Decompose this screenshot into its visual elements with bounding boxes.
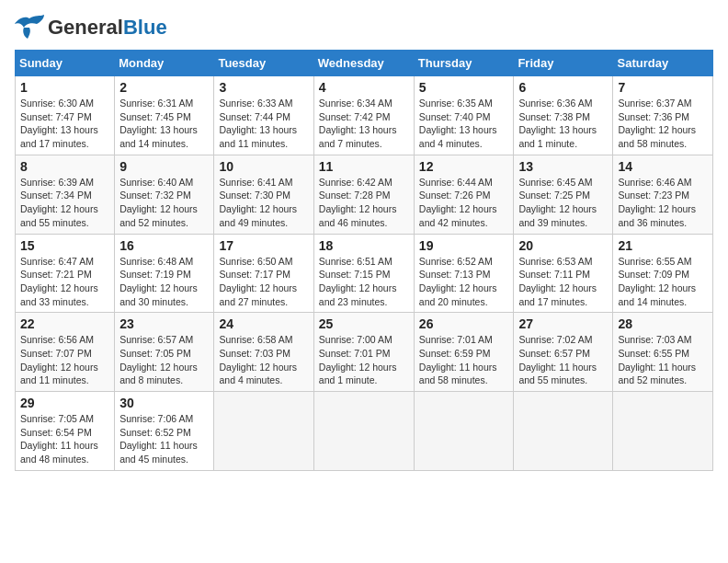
calendar-cell: 27Sunrise: 7:02 AMSunset: 6:57 PMDayligh… bbox=[514, 313, 613, 392]
logo-blue-text: Blue bbox=[123, 16, 167, 39]
calendar-cell: 6Sunrise: 6:36 AMSunset: 7:38 PMDaylight… bbox=[514, 76, 613, 155]
calendar-cell: 16Sunrise: 6:48 AMSunset: 7:19 PMDayligh… bbox=[115, 234, 214, 313]
day-number: 20 bbox=[518, 238, 608, 253]
day-info: Sunrise: 7:02 AMSunset: 6:57 PMDaylight:… bbox=[518, 333, 608, 387]
day-number: 17 bbox=[219, 238, 308, 253]
day-number: 21 bbox=[618, 238, 708, 253]
day-number: 30 bbox=[119, 396, 209, 410]
day-info: Sunrise: 6:35 AMSunset: 7:40 PMDaylight:… bbox=[419, 97, 509, 151]
logo-general-text: General bbox=[48, 16, 123, 39]
day-info: Sunrise: 6:51 AMSunset: 7:15 PMDaylight:… bbox=[319, 255, 409, 309]
day-info: Sunrise: 7:05 AMSunset: 6:54 PMDaylight:… bbox=[20, 412, 109, 466]
day-info: Sunrise: 6:33 AMSunset: 7:44 PMDaylight:… bbox=[219, 97, 308, 151]
day-info: Sunrise: 6:42 AMSunset: 7:28 PMDaylight:… bbox=[319, 176, 409, 230]
calendar-cell bbox=[313, 392, 414, 471]
calendar-cell: 5Sunrise: 6:35 AMSunset: 7:40 PMDaylight… bbox=[414, 76, 514, 155]
calendar-cell bbox=[414, 392, 514, 471]
weekday-header: Wednesday bbox=[313, 51, 414, 76]
day-number: 5 bbox=[419, 80, 509, 95]
calendar-cell: 9Sunrise: 6:40 AMSunset: 7:32 PMDaylight… bbox=[115, 155, 214, 234]
day-number: 1 bbox=[20, 80, 109, 95]
day-number: 24 bbox=[219, 316, 308, 331]
calendar-cell: 20Sunrise: 6:53 AMSunset: 7:11 PMDayligh… bbox=[514, 234, 613, 313]
day-info: Sunrise: 6:31 AMSunset: 7:45 PMDaylight:… bbox=[119, 97, 209, 151]
calendar-cell: 18Sunrise: 6:51 AMSunset: 7:15 PMDayligh… bbox=[313, 234, 414, 313]
weekday-header: Friday bbox=[514, 51, 613, 76]
header: GeneralBlue bbox=[15, 15, 713, 40]
day-number: 18 bbox=[319, 238, 409, 253]
day-info: Sunrise: 6:52 AMSunset: 7:13 PMDaylight:… bbox=[419, 255, 509, 309]
calendar-cell: 21Sunrise: 6:55 AMSunset: 7:09 PMDayligh… bbox=[613, 234, 713, 313]
calendar-cell: 13Sunrise: 6:45 AMSunset: 7:25 PMDayligh… bbox=[514, 155, 613, 234]
weekday-header: Tuesday bbox=[214, 51, 313, 76]
calendar: SundayMondayTuesdayWednesdayThursdayFrid… bbox=[15, 50, 713, 471]
calendar-cell: 15Sunrise: 6:47 AMSunset: 7:21 PMDayligh… bbox=[16, 234, 115, 313]
calendar-cell: 26Sunrise: 7:01 AMSunset: 6:59 PMDayligh… bbox=[414, 313, 514, 392]
day-info: Sunrise: 6:56 AMSunset: 7:07 PMDaylight:… bbox=[20, 333, 109, 387]
calendar-cell: 17Sunrise: 6:50 AMSunset: 7:17 PMDayligh… bbox=[214, 234, 313, 313]
day-info: Sunrise: 6:45 AMSunset: 7:25 PMDaylight:… bbox=[518, 176, 608, 230]
calendar-cell bbox=[214, 392, 313, 471]
calendar-cell: 4Sunrise: 6:34 AMSunset: 7:42 PMDaylight… bbox=[313, 76, 414, 155]
calendar-cell: 24Sunrise: 6:58 AMSunset: 7:03 PMDayligh… bbox=[214, 313, 313, 392]
calendar-cell: 7Sunrise: 6:37 AMSunset: 7:36 PMDaylight… bbox=[613, 76, 713, 155]
day-number: 9 bbox=[119, 159, 209, 174]
day-number: 4 bbox=[319, 80, 409, 95]
day-number: 27 bbox=[518, 316, 608, 331]
day-info: Sunrise: 6:55 AMSunset: 7:09 PMDaylight:… bbox=[618, 255, 708, 309]
day-info: Sunrise: 6:53 AMSunset: 7:11 PMDaylight:… bbox=[518, 255, 608, 309]
calendar-cell bbox=[514, 392, 613, 471]
calendar-cell: 1Sunrise: 6:30 AMSunset: 7:47 PMDaylight… bbox=[16, 76, 115, 155]
day-number: 6 bbox=[518, 80, 608, 95]
calendar-cell: 23Sunrise: 6:57 AMSunset: 7:05 PMDayligh… bbox=[115, 313, 214, 392]
day-info: Sunrise: 7:00 AMSunset: 7:01 PMDaylight:… bbox=[319, 333, 409, 387]
day-number: 7 bbox=[618, 80, 708, 95]
calendar-cell: 14Sunrise: 6:46 AMSunset: 7:23 PMDayligh… bbox=[613, 155, 713, 234]
day-info: Sunrise: 6:30 AMSunset: 7:47 PMDaylight:… bbox=[20, 97, 109, 151]
calendar-week-row: 1Sunrise: 6:30 AMSunset: 7:47 PMDaylight… bbox=[16, 76, 713, 155]
calendar-cell: 19Sunrise: 6:52 AMSunset: 7:13 PMDayligh… bbox=[414, 234, 514, 313]
day-info: Sunrise: 6:44 AMSunset: 7:26 PMDaylight:… bbox=[419, 176, 509, 230]
day-info: Sunrise: 6:58 AMSunset: 7:03 PMDaylight:… bbox=[219, 333, 308, 387]
day-number: 28 bbox=[618, 316, 708, 331]
day-number: 10 bbox=[219, 159, 308, 174]
day-number: 25 bbox=[319, 316, 409, 331]
day-number: 11 bbox=[319, 159, 409, 174]
day-info: Sunrise: 7:03 AMSunset: 6:55 PMDaylight:… bbox=[618, 333, 708, 387]
day-number: 22 bbox=[20, 316, 109, 331]
day-info: Sunrise: 6:40 AMSunset: 7:32 PMDaylight:… bbox=[119, 176, 209, 230]
calendar-week-row: 29Sunrise: 7:05 AMSunset: 6:54 PMDayligh… bbox=[16, 392, 713, 471]
calendar-cell: 8Sunrise: 6:39 AMSunset: 7:34 PMDaylight… bbox=[16, 155, 115, 234]
day-info: Sunrise: 6:48 AMSunset: 7:19 PMDaylight:… bbox=[119, 255, 209, 309]
day-info: Sunrise: 6:37 AMSunset: 7:36 PMDaylight:… bbox=[618, 97, 708, 151]
day-number: 19 bbox=[419, 238, 509, 253]
calendar-cell: 22Sunrise: 6:56 AMSunset: 7:07 PMDayligh… bbox=[16, 313, 115, 392]
day-info: Sunrise: 6:57 AMSunset: 7:05 PMDaylight:… bbox=[119, 333, 209, 387]
day-number: 3 bbox=[219, 80, 308, 95]
day-info: Sunrise: 6:50 AMSunset: 7:17 PMDaylight:… bbox=[219, 255, 308, 309]
weekday-header: Monday bbox=[115, 51, 214, 76]
day-number: 29 bbox=[20, 396, 109, 410]
calendar-cell: 30Sunrise: 7:06 AMSunset: 6:52 PMDayligh… bbox=[115, 392, 214, 471]
day-number: 14 bbox=[618, 159, 708, 174]
day-info: Sunrise: 6:34 AMSunset: 7:42 PMDaylight:… bbox=[319, 97, 409, 151]
day-number: 26 bbox=[419, 316, 509, 331]
day-number: 13 bbox=[518, 159, 608, 174]
calendar-cell: 12Sunrise: 6:44 AMSunset: 7:26 PMDayligh… bbox=[414, 155, 514, 234]
day-number: 23 bbox=[119, 316, 209, 331]
calendar-week-row: 8Sunrise: 6:39 AMSunset: 7:34 PMDaylight… bbox=[16, 155, 713, 234]
day-number: 2 bbox=[119, 80, 209, 95]
day-info: Sunrise: 6:47 AMSunset: 7:21 PMDaylight:… bbox=[20, 255, 109, 309]
day-info: Sunrise: 6:46 AMSunset: 7:23 PMDaylight:… bbox=[618, 176, 708, 230]
day-number: 8 bbox=[20, 159, 109, 174]
day-number: 16 bbox=[119, 238, 209, 253]
calendar-week-row: 15Sunrise: 6:47 AMSunset: 7:21 PMDayligh… bbox=[16, 234, 713, 313]
calendar-cell: 10Sunrise: 6:41 AMSunset: 7:30 PMDayligh… bbox=[214, 155, 313, 234]
calendar-cell: 2Sunrise: 6:31 AMSunset: 7:45 PMDaylight… bbox=[115, 76, 214, 155]
logo: GeneralBlue bbox=[15, 15, 167, 40]
calendar-cell: 29Sunrise: 7:05 AMSunset: 6:54 PMDayligh… bbox=[16, 392, 115, 471]
logo-bird-icon bbox=[15, 15, 44, 40]
weekday-header: Sunday bbox=[16, 51, 115, 76]
weekday-header: Thursday bbox=[414, 51, 514, 76]
day-info: Sunrise: 7:06 AMSunset: 6:52 PMDaylight:… bbox=[119, 412, 209, 466]
